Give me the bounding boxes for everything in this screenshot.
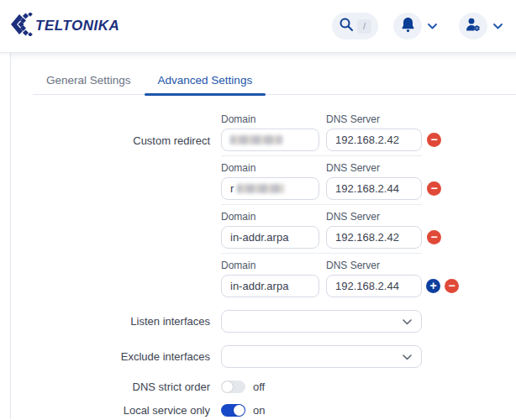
custom-redirect-row: Domain DNS Server r 192.168.2.44 − — [221, 162, 459, 211]
search-shortcut-key: / — [357, 19, 371, 34]
remove-row-button[interactable]: − — [427, 230, 441, 244]
domain-input[interactable]: in-addr.arpa — [221, 226, 319, 249]
page: TELTONIKA / — [0, 0, 516, 420]
tab-advanced-settings[interactable]: Advanced Settings — [145, 70, 266, 94]
custom-redirect-label: Custom redirect — [11, 113, 210, 147]
remove-row-button[interactable]: − — [427, 181, 441, 196]
redacted-domain-value — [237, 184, 284, 193]
exclude-interfaces-label: Exclude interfaces — [11, 350, 210, 363]
row-divider — [221, 204, 422, 205]
local-service-only-toggle[interactable] — [221, 404, 245, 417]
local-service-only-row: Local service only on — [11, 404, 516, 417]
custom-redirect-group: Custom redirect Domain DNS Server 192.16… — [11, 113, 516, 297]
dns-strict-order-row: DNS strict order off — [11, 381, 516, 393]
logo-wordmark: TELTONIKA — [35, 18, 119, 34]
local-service-only-label: Local service only — [11, 404, 210, 417]
header-actions: / — [332, 13, 503, 39]
exclude-interfaces-select[interactable] — [221, 345, 422, 368]
add-row-button[interactable]: + — [426, 279, 440, 293]
tab-general-settings[interactable]: General Settings — [33, 70, 145, 94]
local-service-only-state: on — [253, 404, 265, 417]
listen-interfaces-label: Listen interfaces — [11, 315, 210, 328]
dns-server-label: DNS Server — [326, 211, 380, 223]
dns-strict-order-label: DNS strict order — [11, 381, 210, 393]
settings-tabs: General Settings Advanced Settings — [33, 53, 516, 95]
listen-interfaces-select[interactable] — [221, 310, 422, 333]
dns-strict-order-toggle[interactable] — [221, 381, 245, 393]
redacted-domain-value — [230, 135, 282, 144]
dns-server-input[interactable]: 192.168.2.42 — [326, 129, 422, 151]
search-button[interactable]: / — [332, 13, 378, 39]
custom-redirect-row: Domain DNS Server 192.168.2.42 − — [221, 113, 459, 162]
domain-input[interactable] — [221, 129, 319, 151]
teltonika-logo-icon — [8, 13, 34, 39]
custom-redirect-row: Domain DNS Server in-addr.arpa 192.168.2… — [221, 211, 459, 260]
row-divider — [221, 155, 422, 156]
toggle-knob — [234, 405, 245, 416]
domain-input[interactable]: in-addr.arpa — [221, 275, 319, 297]
chevron-down-icon — [403, 350, 412, 363]
notifications-chevron-down-icon[interactable] — [428, 24, 437, 29]
user-chevron-down-icon[interactable] — [493, 24, 503, 29]
remove-row-button[interactable]: − — [445, 279, 459, 293]
domain-label: Domain — [221, 260, 326, 271]
top-navbar: TELTONIKA / — [0, 0, 516, 53]
domain-prefix: r — [230, 182, 234, 195]
listen-interfaces-row: Listen interfaces — [11, 310, 516, 333]
dns-strict-order-state: off — [253, 381, 265, 393]
dns-server-input[interactable]: 192.168.2.42 — [326, 226, 422, 249]
domain-input[interactable]: r — [221, 177, 319, 200]
remove-row-button[interactable]: − — [427, 133, 441, 147]
user-settings-button[interactable] — [459, 13, 487, 39]
dns-server-label: DNS Server — [326, 162, 380, 174]
domain-label: Domain — [221, 162, 326, 174]
bell-icon — [401, 17, 415, 36]
domain-label: Domain — [221, 211, 326, 223]
advanced-settings-form: Custom redirect Domain DNS Server 192.16… — [11, 95, 516, 417]
dns-server-input[interactable]: 192.168.2.44 — [326, 275, 422, 297]
user-gear-icon — [466, 18, 481, 35]
domain-label: Domain — [221, 113, 326, 125]
dns-server-label: DNS Server — [326, 113, 380, 125]
row-divider — [221, 253, 422, 254]
teltonika-logo[interactable]: TELTONIKA — [8, 13, 119, 39]
dns-server-input[interactable]: 192.168.2.44 — [326, 177, 422, 200]
content-panel: General Settings Advanced Settings Custo… — [10, 53, 516, 419]
chevron-down-icon — [403, 315, 412, 328]
exclude-interfaces-row: Exclude interfaces — [11, 345, 516, 368]
search-icon — [339, 17, 354, 35]
notifications-button[interactable] — [393, 13, 422, 39]
custom-redirect-row: Domain DNS Server in-addr.arpa 192.168.2… — [221, 260, 459, 297]
toggle-knob — [222, 381, 233, 392]
dns-server-label: DNS Server — [326, 260, 380, 271]
